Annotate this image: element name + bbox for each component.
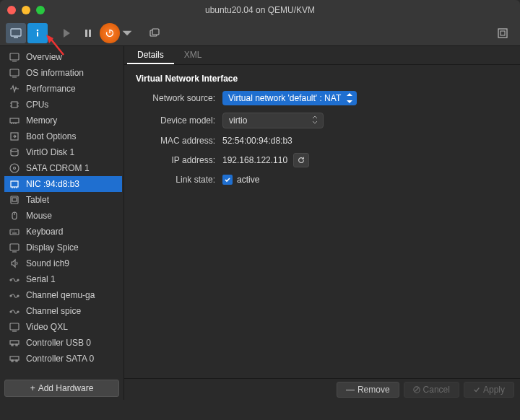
svg-rect-16	[12, 102, 17, 108]
sidebar-item-label: Channel spice	[26, 306, 81, 316]
pause-button[interactable]	[78, 23, 98, 43]
svg-rect-11	[500, 31, 505, 35]
snapshots-button[interactable]	[144, 23, 165, 43]
sidebar-item-serial-1[interactable]: Serial 1	[4, 271, 122, 287]
svg-rect-29	[11, 181, 18, 187]
sidebar-item-label: Overview	[26, 52, 62, 62]
check-icon	[473, 386, 480, 393]
speaker-icon	[9, 258, 20, 268]
sidebar-item-video-qxl[interactable]: Video QXL	[4, 319, 122, 335]
monitor-icon	[9, 242, 20, 253]
shutdown-button[interactable]	[100, 23, 120, 43]
device-model-label: Device model:	[136, 115, 222, 126]
sidebar-item-label: Video QXL	[26, 322, 68, 332]
sidebar-item-display-spice[interactable]: Display Spice	[4, 240, 122, 255]
sidebar-item-label: Serial 1	[26, 274, 56, 284]
run-button[interactable]	[56, 23, 77, 43]
details-view-button[interactable]	[27, 23, 48, 43]
sidebar-item-boot-options[interactable]: Boot Options	[4, 128, 122, 144]
svg-point-28	[14, 167, 16, 170]
sidebar-item-label: NIC :94:d8:b3	[26, 179, 79, 189]
sidebar-item-label: Controller USB 0	[26, 338, 91, 348]
refresh-ip-button[interactable]	[293, 153, 309, 167]
svg-rect-10	[498, 29, 507, 38]
sidebar-item-label: Performance	[26, 84, 76, 94]
svg-rect-21	[10, 118, 19, 123]
sidebar-item-os-information[interactable]: OS information	[4, 65, 122, 81]
shutdown-menu-button[interactable]	[121, 23, 133, 43]
svg-rect-49	[10, 323, 19, 330]
remove-button[interactable]: — Remove	[337, 382, 399, 398]
svg-rect-9	[152, 29, 159, 35]
tab-xml[interactable]: XML	[174, 46, 212, 64]
sidebar-item-label: Display Spice	[26, 242, 79, 253]
ip-address-label: IP address:	[136, 155, 222, 165]
sidebar-item-label: VirtIO Disk 1	[26, 147, 74, 157]
mac-address-label: MAC address:	[136, 136, 222, 146]
svg-line-58	[415, 388, 418, 391]
tab-details[interactable]: Details	[127, 46, 174, 64]
sidebar-item-label: Keyboard	[26, 227, 63, 237]
sidebar-item-sata-cdrom-1[interactable]: SATA CDROM 1	[4, 160, 122, 176]
sidebar-item-nic-94-d8-b3[interactable]: NIC :94:d8:b3	[4, 176, 122, 192]
network-source-combo[interactable]: Virtual network 'default' : NAT	[222, 91, 357, 105]
svg-point-27	[10, 164, 19, 172]
svg-point-2	[37, 29, 39, 31]
device-model-combo[interactable]: virtio	[222, 113, 324, 128]
sidebar-item-label: SATA CDROM 1	[26, 163, 90, 173]
monitor-icon	[9, 322, 20, 332]
sidebar-item-performance[interactable]: Performance	[4, 81, 122, 97]
svg-rect-5	[89, 30, 91, 37]
sidebar-item-label: Controller SATA 0	[26, 354, 94, 364]
sidebar-item-keyboard[interactable]: Keyboard	[4, 224, 122, 240]
sidebar-item-tablet[interactable]: Tablet	[4, 192, 122, 208]
maximize-window-button[interactable]	[36, 6, 45, 14]
svg-rect-0	[11, 29, 21, 36]
sidebar-item-label: Memory	[26, 115, 57, 126]
svg-rect-12	[10, 53, 19, 60]
sidebar-item-channel-spice[interactable]: Channel spice	[4, 303, 122, 319]
pulse-icon	[9, 84, 20, 94]
sidebar-item-label: CPUs	[26, 100, 48, 110]
svg-rect-41	[10, 244, 19, 250]
sidebar-item-label: Sound ich9	[26, 258, 69, 268]
mouse-icon	[9, 211, 20, 221]
link-state-checkbox[interactable]	[222, 175, 233, 185]
cancel-icon	[413, 386, 420, 393]
link-state-text: active	[237, 175, 259, 185]
sidebar-item-overview[interactable]: Overview	[4, 49, 122, 65]
sidebar-item-mouse[interactable]: Mouse	[4, 208, 122, 224]
chevron-updown-icon	[311, 115, 320, 125]
console-view-button[interactable]	[6, 23, 26, 43]
sidebar-item-channel-qemu-ga[interactable]: Channel qemu-ga	[4, 287, 122, 303]
monitor-icon	[9, 68, 20, 78]
sidebar-item-memory[interactable]: Memory	[4, 113, 122, 128]
ram-icon	[9, 115, 20, 126]
fullscreen-button[interactable]	[493, 23, 513, 43]
sidebar-item-virtio-disk-1[interactable]: VirtIO Disk 1	[4, 144, 122, 160]
sidebar-item-cpus[interactable]: CPUs	[4, 97, 122, 113]
close-window-button[interactable]	[7, 6, 16, 14]
sidebar-item-sound-ich9[interactable]: Sound ich9	[4, 255, 122, 271]
details-panel: Virtual Network Interface Network source…	[124, 65, 520, 378]
cancel-button[interactable]: Cancel	[404, 382, 459, 398]
arrow-box-icon	[9, 131, 20, 141]
svg-rect-54	[10, 356, 19, 360]
sidebar-item-label: Tablet	[26, 195, 49, 205]
sidebar-item-controller-sata-0[interactable]: Controller SATA 0	[4, 351, 122, 367]
minimize-window-button[interactable]	[22, 6, 30, 14]
minus-icon: —	[346, 385, 355, 395]
svg-rect-51	[10, 341, 19, 344]
add-hardware-label: Add Hardware	[38, 383, 94, 393]
titlebar: ubuntu20.04 on QEMU/KVM	[0, 0, 520, 20]
tablet-icon	[9, 195, 20, 205]
sidebar-item-label: OS information	[26, 68, 84, 78]
add-hardware-button[interactable]: + Add Hardware	[4, 380, 119, 397]
toolbar	[0, 20, 520, 46]
svg-rect-4	[85, 30, 87, 37]
sidebar-item-controller-usb-0[interactable]: Controller USB 0	[4, 335, 122, 351]
svg-rect-53	[16, 344, 17, 346]
apply-button[interactable]: Apply	[464, 382, 514, 398]
keyboard-icon	[9, 227, 20, 237]
sidebar-item-label: Mouse	[26, 211, 52, 221]
